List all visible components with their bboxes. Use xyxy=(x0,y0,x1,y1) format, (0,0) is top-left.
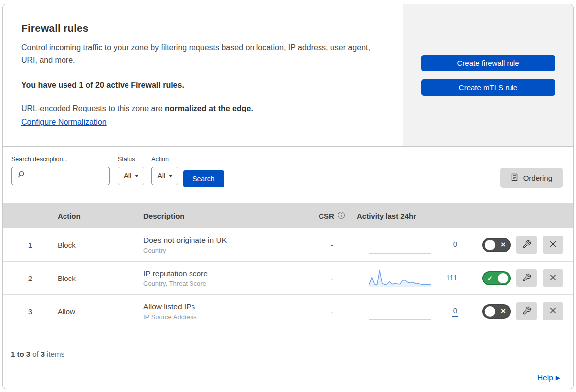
close-icon xyxy=(549,273,557,283)
help-bar: Help ▶ xyxy=(3,366,573,389)
activity-count-link[interactable]: 0 xyxy=(452,306,458,317)
table-row: 1 Block Does not originate in UK Country… xyxy=(3,228,573,262)
activity-sparkline xyxy=(369,234,431,255)
status-dropdown[interactable]: All xyxy=(118,167,144,185)
arrow-right-icon: ▶ xyxy=(556,374,560,381)
info-icon[interactable] xyxy=(337,211,345,221)
chevron-down-icon xyxy=(135,175,139,177)
delete-rule-button[interactable] xyxy=(543,269,563,287)
pagination-range: 1 to 3 xyxy=(11,350,30,358)
header-action: Action xyxy=(58,212,143,220)
activity-sparkline xyxy=(369,268,431,288)
status-label: Status xyxy=(118,156,144,163)
activity-sparkline xyxy=(369,301,431,322)
rule-fields: Country, Threat Score xyxy=(143,280,307,287)
pagination-items-label: items xyxy=(47,350,64,358)
firewall-rules-card: Firewall rules Control incoming traffic … xyxy=(2,4,574,389)
table-header: Action Description CSR Activity last 24h… xyxy=(3,203,573,228)
ordering-button[interactable]: Ordering xyxy=(500,168,563,188)
wrench-icon xyxy=(522,240,531,250)
normalization-note-bold: normalized at the edge. xyxy=(165,104,253,112)
status-selected-value: All xyxy=(124,172,131,180)
pagination-summary: 1 to 3 of 3 items xyxy=(3,328,573,366)
rule-csr-value: - xyxy=(307,274,357,282)
header-section: Firewall rules Control incoming traffic … xyxy=(3,4,573,147)
page-description: Control incoming traffic to your zone by… xyxy=(21,41,383,67)
rule-action: Block xyxy=(58,274,143,282)
activity-count-link[interactable]: 111 xyxy=(445,273,458,283)
edit-rule-button[interactable] xyxy=(516,302,537,320)
normalization-note: URL-encoded Requests to this zone are no… xyxy=(21,104,383,113)
search-label: Search description... xyxy=(11,156,110,163)
action-label: Action xyxy=(151,156,178,163)
rule-priority: 1 xyxy=(3,241,58,249)
search-button[interactable]: Search xyxy=(183,170,224,187)
rule-csr-value: - xyxy=(307,241,357,249)
rule-enabled-toggle[interactable]: ✓ × xyxy=(482,238,511,252)
chevron-down-icon xyxy=(169,175,173,177)
toggle-knob xyxy=(498,273,508,283)
create-mtls-rule-button[interactable]: Create mTLS rule xyxy=(421,79,555,96)
action-selected-value: All xyxy=(157,172,165,180)
delete-rule-button[interactable] xyxy=(543,302,563,320)
action-dropdown[interactable]: All xyxy=(151,167,178,185)
header-text-panel: Firewall rules Control incoming traffic … xyxy=(3,4,403,146)
page-title: Firewall rules xyxy=(21,22,383,34)
table-row: 2 Block IP reputation score Country, Thr… xyxy=(3,262,573,295)
usage-summary: You have used 1 of 20 active Firewall ru… xyxy=(21,81,383,90)
header-description: Description xyxy=(143,212,307,220)
check-icon: ✓ xyxy=(487,275,493,281)
wrench-icon xyxy=(522,273,531,283)
create-firewall-rule-button[interactable]: Create firewall rule xyxy=(421,55,555,71)
cross-icon: × xyxy=(501,307,506,315)
delete-rule-button[interactable] xyxy=(543,236,563,254)
table-row: 3 Allow Allow listed IPs IP Source Addre… xyxy=(3,295,573,328)
rule-fields: Country xyxy=(143,247,307,254)
search-input[interactable] xyxy=(29,167,119,185)
rule-action: Block xyxy=(58,241,143,249)
close-icon xyxy=(549,306,557,316)
close-icon xyxy=(549,240,557,250)
ordering-list-icon xyxy=(511,173,518,183)
rule-description: Allow listed IPs xyxy=(143,302,307,311)
header-csr-label: CSR xyxy=(319,212,334,220)
search-box xyxy=(11,167,110,185)
help-link-label: Help xyxy=(537,373,553,382)
rule-fields: IP Source Address xyxy=(143,313,307,321)
rule-enabled-toggle[interactable]: ✓ × xyxy=(482,304,511,319)
normalization-note-prefix: URL-encoded Requests to this zone are xyxy=(21,104,165,112)
edit-rule-button[interactable] xyxy=(516,269,537,287)
activity-count-link[interactable]: 0 xyxy=(452,240,458,250)
toggle-knob xyxy=(485,306,495,317)
wrench-icon xyxy=(522,306,531,317)
search-icon xyxy=(17,171,25,181)
rule-priority: 2 xyxy=(3,274,58,282)
rule-csr-value: - xyxy=(307,307,357,316)
edit-rule-button[interactable] xyxy=(516,236,537,254)
rule-priority: 3 xyxy=(3,307,58,316)
help-link[interactable]: Help ▶ xyxy=(537,373,560,382)
pagination-of: of xyxy=(32,350,39,358)
header-activity: Activity last 24hr xyxy=(357,212,481,220)
toggle-knob xyxy=(485,240,495,250)
cross-icon: × xyxy=(501,240,506,249)
rule-description: IP reputation score xyxy=(143,269,307,278)
rule-enabled-toggle[interactable]: ✓ × xyxy=(482,271,511,285)
header-csr: CSR xyxy=(307,211,357,221)
filter-bar: Search description... Status All Action xyxy=(3,147,573,203)
rule-description: Does not originate in UK xyxy=(143,236,307,245)
rules-list: 1 Block Does not originate in UK Country… xyxy=(3,228,573,328)
pagination-total: 3 xyxy=(41,350,45,358)
actions-panel: Create firewall rule Create mTLS rule xyxy=(403,4,573,146)
ordering-button-label: Ordering xyxy=(523,174,552,182)
rule-action: Allow xyxy=(58,307,143,316)
configure-normalization-link[interactable]: Configure Normalization xyxy=(21,118,107,127)
